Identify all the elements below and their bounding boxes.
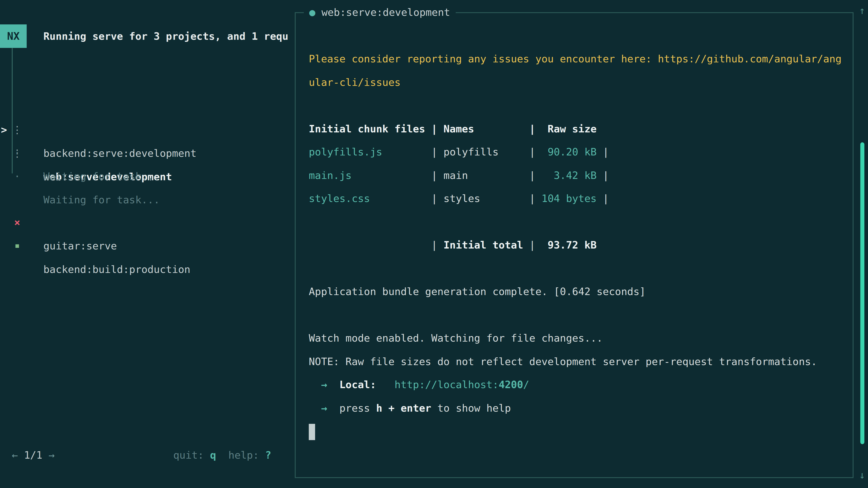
- nx-logo-text: NX: [7, 30, 20, 42]
- task-row-waiting-2[interactable]: · Waiting for task...: [0, 141, 289, 164]
- scrollbar-thumb[interactable]: [860, 142, 864, 444]
- terminal-line: [309, 303, 847, 327]
- task-row-waiting-1[interactable]: · Waiting for task...: [0, 118, 289, 141]
- scroll-up-icon[interactable]: ↑: [856, 2, 868, 20]
- task-row-backend-build[interactable]: ■ backend:build:production: [0, 210, 289, 234]
- terminal-line: → press h + enter to show help: [309, 396, 847, 420]
- task-label: backend:build:production: [43, 258, 190, 281]
- terminal-line: [309, 210, 847, 234]
- task-row-guitar-serve[interactable]: × guitar:serve: [0, 187, 289, 210]
- keybind-hints: quit: q help: ?: [0, 443, 271, 467]
- terminal-line: polyfills.js | polyfills | 90.20 kB |: [309, 140, 847, 164]
- task-row-web-serve[interactable]: > ⋮ web:serve:development: [0, 94, 289, 118]
- page-title: Running serve for 3 projects, and 1 requ: [43, 24, 293, 48]
- terminal-line: styles.css | styles | 104 bytes |: [309, 187, 847, 210]
- task-label: guitar:serve: [43, 234, 117, 258]
- nx-tui-app: NX Running serve for 3 projects, and 1 r…: [0, 0, 868, 488]
- terminal-line: Initial chunk files | Names | Raw size: [309, 117, 847, 140]
- terminal-line: ular-cli/issues: [309, 71, 847, 94]
- quit-label: quit:: [174, 449, 210, 461]
- terminal-line: Application bundle generation complete. …: [309, 280, 847, 303]
- waiting-dot-icon: ·: [12, 164, 23, 188]
- terminal-cursor: [309, 424, 315, 440]
- help-key[interactable]: ?: [265, 449, 271, 461]
- terminal-line: [309, 257, 847, 280]
- terminal-line: Please consider reporting any issues you…: [309, 47, 847, 71]
- task-label: Waiting for task...: [43, 164, 160, 188]
- terminal-line: [309, 420, 847, 443]
- help-label: help:: [216, 449, 265, 461]
- quit-key[interactable]: q: [210, 449, 216, 461]
- terminal-line: NOTE: Raw file sizes do not reflect deve…: [309, 350, 847, 373]
- terminal-line: → Local: http://localhost:4200/: [309, 373, 847, 396]
- task-row-backend-serve[interactable]: ⋮ backend:serve:development: [0, 71, 289, 94]
- success-square-icon: ■: [12, 234, 23, 258]
- terminal-line: main.js | main | 3.42 kB |: [309, 164, 847, 187]
- panel-title: ● web:serve:development: [304, 2, 456, 22]
- scroll-down-icon[interactable]: ↓: [856, 466, 868, 484]
- status-bullet-icon: ●: [309, 6, 315, 18]
- terminal-line: | Initial total | 93.72 kB: [309, 234, 847, 257]
- panel-title-text: web:serve:development: [315, 6, 450, 18]
- nx-logo: NX: [0, 24, 27, 48]
- terminal-line: [309, 94, 847, 117]
- terminal-output: Please consider reporting any issues you…: [309, 47, 847, 443]
- terminal-line: Watch mode enabled. Watching for file ch…: [309, 327, 847, 350]
